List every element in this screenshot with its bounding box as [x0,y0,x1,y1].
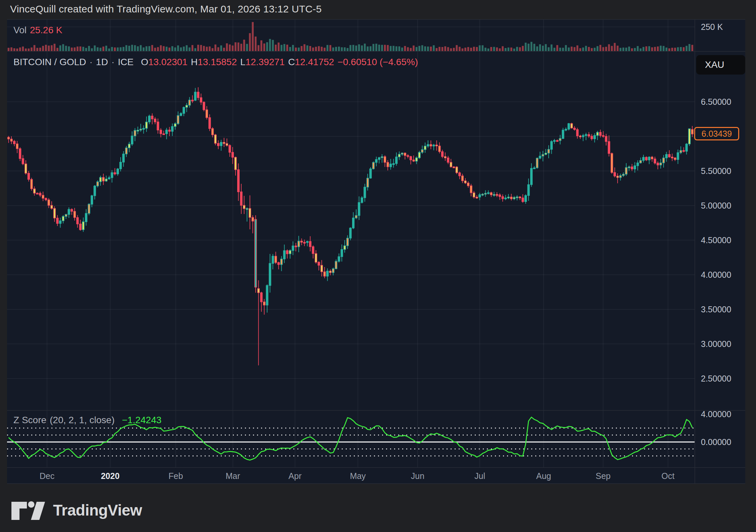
high-label: H [191,57,198,68]
tradingview-snapshot: VinceQuill created with TradingView.com,… [0,0,756,532]
zscore-axis-tick: 0.00000 [701,437,731,447]
time-axis-tick-feb: Feb [168,471,183,481]
time-axis-tick-jul: Jul [474,471,485,481]
price-axis-tick: 5.00000 [701,201,731,211]
price-axis-tick: 3.50000 [701,305,731,314]
zscore-legend-label: Z Score [13,415,46,426]
symbol-name: BITCOIN / GOLD [13,57,86,68]
close-label: C [288,57,295,68]
price-axis-tick: 3.00000 [701,339,731,349]
tradingview-logo-icon [10,500,47,521]
tradingview-brand-text: TradingView [53,501,142,519]
time-axis-tick-mar: Mar [225,471,240,481]
low-value: 12.39271 [246,57,285,68]
open-label: O [141,57,148,68]
tradingview-footer[interactable]: TradingView [10,500,142,521]
time-axis-tick-may: May [350,471,366,481]
separator-dot: · [89,57,92,68]
price-axis-tick: 6.50000 [701,97,731,107]
change-value: −0.60510 (−4.65%) [337,57,418,68]
price-axis-tick: 4.00000 [701,270,731,280]
price-axis-tick: 2.50000 [701,374,731,384]
volume-legend[interactable]: Vol 25.26 K [13,25,62,36]
high-value: 13.15852 [198,57,237,68]
time-axis-tick-aug: Aug [536,471,551,481]
volume-axis-tick: 250 K [701,22,723,32]
time-axis-tick-oct: Oct [662,471,675,481]
price-axis-tick: 5.50000 [701,166,731,176]
zscore-legend[interactable]: Z Score (20, 2, 1, close) −1.24243 [13,415,162,426]
low-label: L [240,57,246,68]
close-value: 12.41752 [295,57,334,68]
volume-legend-value: 25.26 K [30,25,62,36]
zscore-legend-params: (20, 2, 1, close) [50,415,115,426]
time-axis-tick-sep: Sep [596,471,611,481]
price-axis-tick: 4.50000 [701,235,731,245]
exchange-label: ICE [118,57,134,68]
time-axis-tick-jun: Jun [411,471,424,481]
zscore-axis-tick: 4.00000 [701,409,731,419]
time-axis-tick-dec: Dec [40,471,54,481]
open-value: 13.02301 [148,57,187,68]
chart-canvas[interactable] [0,0,756,532]
time-axis-tick-apr: Apr [289,471,302,481]
attribution-header: VinceQuill created with TradingView.com,… [10,3,322,15]
time-axis-tick-2020: 2020 [101,471,120,481]
interval-label: 1D [96,57,108,68]
zscore-legend-value: −1.24243 [122,415,162,426]
symbol-legend[interactable]: BITCOIN / GOLD · 1D · ICE O 13.02301 H 1… [13,57,418,68]
separator-dot: · [111,57,114,68]
volume-legend-label: Vol [13,25,27,36]
